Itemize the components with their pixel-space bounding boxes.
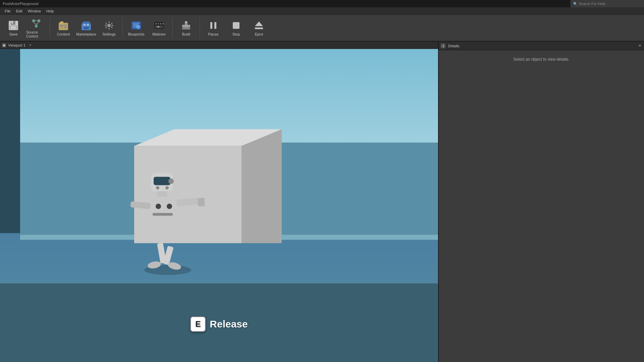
menu-help[interactable]: Help [44, 8, 57, 14]
source-control-label: Source Control [26, 30, 46, 38]
svg-marker-41 [255, 21, 263, 26]
search-for-help-bar[interactable]: 🔍 Search For Help [570, 0, 644, 7]
blueprints-button[interactable]: Blueprints [125, 16, 147, 40]
svg-rect-39 [214, 22, 216, 29]
svg-rect-36 [182, 25, 190, 27]
content-label: Content [57, 32, 70, 36]
menu-file[interactable]: File [2, 8, 13, 14]
save-button[interactable]: Save [3, 16, 24, 40]
svg-rect-15 [63, 27, 67, 28]
svg-point-31 [162, 23, 164, 24]
svg-rect-42 [255, 27, 263, 29]
title-bar-left: PushActorPlayground [3, 2, 38, 6]
svg-point-29 [158, 23, 159, 24]
eject-label: Eject [255, 32, 263, 36]
save-icon [7, 19, 19, 32]
app-title: PushActorPlayground [3, 2, 38, 6]
source-control-button[interactable]: Source Control [25, 16, 47, 40]
svg-rect-60 [153, 213, 173, 216]
menu-window[interactable]: Window [25, 8, 44, 14]
viewport-tab[interactable]: ▣ Viewport 1 ✕ [0, 42, 438, 49]
build-icon [180, 19, 192, 32]
svg-point-7 [35, 25, 38, 27]
menu-edit[interactable]: Edit [13, 8, 25, 14]
viewport-tab-close[interactable]: ✕ [29, 43, 32, 47]
build-button[interactable]: Build [175, 16, 197, 40]
toolbar-sep-4 [200, 18, 200, 38]
svg-rect-4 [11, 26, 16, 29]
svg-point-67 [156, 186, 159, 190]
details-tab-bar: ℹ Details ✕ [439, 42, 644, 50]
save-label: Save [9, 32, 17, 36]
release-text: Release [210, 318, 248, 330]
details-tab-label: Details [448, 44, 460, 48]
svg-rect-13 [63, 25, 67, 25]
eject-button[interactable]: Eject [248, 16, 270, 40]
pause-icon [207, 19, 219, 32]
marketplace-icon [80, 19, 92, 32]
svg-line-8 [34, 22, 36, 25]
blueprints-icon [130, 19, 142, 32]
details-panel: ℹ Details ✕ Select an object to view det… [438, 42, 644, 362]
svg-line-9 [36, 22, 39, 25]
svg-point-18 [87, 24, 89, 26]
svg-rect-43 [0, 49, 438, 143]
source-control-icon [30, 17, 42, 29]
eject-icon [253, 19, 265, 32]
stop-icon [230, 19, 242, 32]
key-e-label: E [195, 319, 201, 329]
menu-bar: File Edit Window Help 🔍 Search For Help [0, 7, 644, 15]
matinee-icon [153, 19, 165, 32]
svg-rect-12 [60, 25, 63, 27]
settings-label: Settings [102, 32, 116, 36]
svg-rect-14 [63, 26, 67, 27]
toolbar-sep-1 [50, 18, 50, 38]
svg-marker-51 [241, 129, 282, 243]
viewport-tab-label: Viewport 1 [8, 43, 25, 47]
svg-rect-22 [133, 23, 140, 23]
svg-rect-62 [198, 198, 205, 206]
settings-icon [103, 19, 115, 32]
details-content: Select an object to view details. [439, 50, 644, 362]
svg-rect-23 [133, 24, 138, 25]
stop-label: Stop [232, 32, 240, 36]
build-label: Build [182, 32, 190, 36]
marketplace-button[interactable]: Marketplace [75, 16, 97, 40]
svg-point-17 [84, 24, 86, 26]
svg-point-59 [167, 204, 172, 209]
svg-rect-25 [133, 27, 137, 27]
viewport-area: ▣ Viewport 1 ✕ [0, 42, 438, 362]
details-empty-message: Select an object to view details. [513, 57, 569, 62]
pause-button[interactable]: Pause [203, 16, 224, 40]
svg-rect-2 [11, 21, 13, 23]
settings-button[interactable]: Settings [98, 16, 120, 40]
svg-point-69 [168, 179, 174, 184]
svg-rect-38 [210, 22, 212, 29]
matinee-button[interactable]: Matinee [148, 16, 170, 40]
toolbar-sep-3 [172, 18, 173, 38]
search-for-help-label: Search For Help [579, 2, 605, 6]
content-button[interactable]: Content [53, 16, 74, 40]
stop-button[interactable]: Stop [225, 16, 247, 40]
svg-point-28 [155, 23, 157, 24]
toolbar: Save Source Control [0, 15, 644, 42]
main-area: ▣ Viewport 1 ✕ [0, 42, 644, 362]
title-bar: PushActorPlayground [0, 0, 644, 7]
svg-point-30 [160, 23, 161, 24]
svg-rect-66 [154, 177, 170, 185]
svg-rect-40 [233, 22, 239, 29]
pause-label: Pause [208, 32, 218, 36]
viewport-scene[interactable]: E Release [0, 49, 438, 362]
content-icon [57, 19, 69, 32]
svg-point-20 [107, 24, 111, 27]
toolbar-sep-2 [122, 18, 123, 38]
matinee-label: Matinee [152, 32, 165, 36]
key-e-badge: E [190, 316, 206, 332]
svg-point-58 [156, 204, 161, 209]
svg-point-68 [165, 186, 169, 190]
details-close-button[interactable]: ✕ [637, 44, 642, 48]
details-tab-icon: ℹ [441, 44, 445, 48]
release-badge: E Release [190, 316, 248, 332]
svg-rect-19 [84, 27, 89, 29]
viewport-tab-icon: ▣ [2, 43, 6, 47]
